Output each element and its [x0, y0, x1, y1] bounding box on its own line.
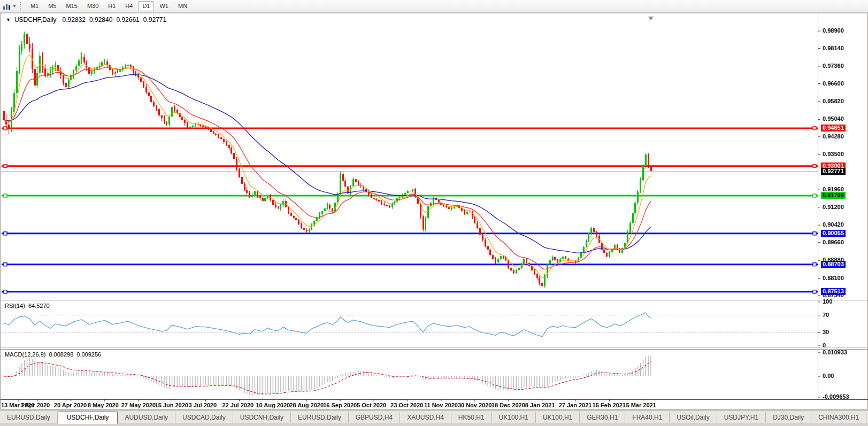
timeframe-button-D1[interactable]: D1: [138, 1, 154, 11]
chart-canvas: [1, 13, 868, 410]
date-axis-label: 23 Oct 2020: [390, 402, 423, 408]
rsi-axis-label: 70: [823, 312, 829, 318]
rsi-axis-label: 100: [823, 298, 832, 305]
price-tick-label: 0.91960: [823, 186, 844, 192]
hline-left-handle[interactable]: [4, 290, 7, 293]
chart-tab-EURUSD-Daily[interactable]: EURUSD,Daily: [0, 412, 58, 423]
chart-mode-dropdown-caret-icon[interactable]: ▼: [12, 4, 17, 9]
chart-tab-DJ30-Daily[interactable]: DJ30,Daily: [766, 412, 811, 423]
price-tick-label: 0.94280: [823, 133, 844, 140]
chart-tab-bar: EURUSD,DailyUSDCHF,DailyAUDUSD,DailyUSDC…: [0, 410, 868, 423]
price-tick-label: 0.88100: [823, 275, 844, 281]
hline-right-handle[interactable]: [813, 165, 816, 168]
ohlc-open: 0.92832: [63, 16, 86, 24]
price-tick-label: 0.97360: [823, 63, 844, 69]
price-tick-label: 0.96600: [823, 80, 844, 87]
timeframe-button-W1[interactable]: W1: [155, 1, 173, 11]
symbol-name: USDCHF,Daily: [14, 16, 57, 24]
ohlc-low: 0.92661: [116, 16, 139, 24]
price-tick-label: 0.95820: [823, 98, 844, 104]
chart-tab-FRA40-H1[interactable]: FRA40,H1: [625, 412, 670, 423]
chart-tab-USDJPY-H1[interactable]: USDJPY,H1: [717, 412, 766, 423]
level-price-label[interactable]: 0.90055: [821, 230, 846, 237]
macd-axis-label: 0.00: [823, 373, 834, 379]
chart-tab-USDCAD-Daily[interactable]: USDCAD,Daily: [175, 412, 233, 423]
chart-window: ▼ USDCHF,Daily 0.92832 0.92840 0.92661 0…: [0, 13, 868, 409]
price-tick-label: 0.98140: [823, 45, 844, 51]
hline-left-handle[interactable]: [4, 263, 7, 266]
chart-tab-USDCHF-Daily[interactable]: USDCHF,Daily: [58, 412, 118, 424]
macd-indicator-label: MACD(12,26,9) 0.008298 0.009256: [5, 351, 101, 358]
date-axis-label: 15 Feb 2021: [593, 402, 626, 408]
date-axis-label: 11 Nov 2020: [424, 402, 458, 408]
rsi-value: 64.5270: [28, 303, 50, 309]
chart-tab-HK50-H1[interactable]: HK50,H1: [451, 412, 492, 423]
date-axis-label: 16 Sep 2020: [323, 402, 357, 408]
status-strip: [0, 423, 868, 426]
timeframe-button-H4[interactable]: H4: [121, 1, 137, 11]
timeframe-button-MN[interactable]: MN: [174, 1, 191, 11]
ohlc-high: 0.92840: [89, 16, 112, 24]
price-tick-label: 0.87340: [823, 292, 844, 298]
macd-value-signal: 0.009256: [76, 351, 101, 358]
chart-tab-AUDUSD-Daily[interactable]: AUDUSD,Daily: [118, 412, 175, 423]
chart-shift-marker-icon[interactable]: [648, 17, 654, 20]
hline-left-handle[interactable]: [4, 194, 7, 197]
date-axis-label: 5 Mar 2021: [626, 402, 656, 408]
macd-axis-label: -0.009653: [823, 393, 849, 400]
chart-tab-UK100-H1[interactable]: UK100,H1: [536, 412, 580, 423]
macd-value-main: 0.008298: [49, 351, 73, 358]
date-axis-label: 20 Apr 2020: [54, 402, 87, 408]
hline-right-handle[interactable]: [813, 232, 816, 235]
chart-tab-CHINA300-H1[interactable]: CHINA300,H1: [811, 412, 866, 423]
hline-left-handle[interactable]: [4, 232, 7, 235]
price-tick-label: 0.93500: [823, 151, 844, 157]
macd-axis-label: 0.010933: [823, 349, 847, 355]
date-axis-label: 10 Aug 2020: [256, 402, 290, 408]
chart-tab-XAUUSD-H4[interactable]: XAUUSD,H4: [400, 412, 451, 423]
timeframe-button-H1[interactable]: H1: [104, 1, 120, 11]
date-axis-label: 8 May 2020: [88, 402, 119, 408]
timeframe-button-M30[interactable]: M30: [83, 1, 103, 11]
timeframe-button-M1[interactable]: M1: [26, 1, 43, 11]
timeframe-button-M5[interactable]: M5: [44, 1, 60, 11]
date-axis-label: 5 Oct 2020: [357, 402, 386, 408]
price-tick-label: 0.90420: [823, 221, 844, 228]
ma-slow-line: [4, 75, 651, 253]
macd-histogram: [4, 355, 651, 396]
price-tick-label: 0.88880: [823, 257, 844, 263]
symbol-collapse-icon[interactable]: ▼: [6, 17, 11, 22]
hline-right-handle[interactable]: [813, 127, 816, 130]
price-tick-label: 0.98900: [823, 27, 844, 34]
chart-title: ▼ USDCHF,Daily 0.92832 0.92840 0.92661 0…: [6, 16, 166, 24]
macd-name: MACD(12,26,9): [5, 351, 45, 358]
chart-tab-UK100-H1[interactable]: UK100,H1: [492, 412, 536, 423]
hline-right-handle[interactable]: [813, 263, 816, 266]
toolbar-grip[interactable]: [20, 2, 24, 11]
price-tick-label: 0.89660: [823, 239, 844, 245]
price-tick-label: 0.91200: [823, 204, 844, 210]
timeframe-button-M15[interactable]: M15: [62, 1, 81, 11]
ohlc-close: 0.92771: [143, 16, 166, 24]
chart-tab-EURUSD-Daily[interactable]: EURUSD,Daily: [291, 412, 349, 423]
date-axis-label: 15 Jun 2020: [155, 402, 188, 408]
date-axis-label: 27 May 2020: [121, 402, 156, 408]
chart-tab-USDCNH-Daily[interactable]: USDCNH,Daily: [233, 412, 291, 423]
rsi-name: RSI(14): [5, 303, 25, 309]
chart-tab-GER30-H1[interactable]: GER30,H1: [580, 412, 625, 423]
date-axis-label: 8 Jan 2021: [525, 402, 555, 408]
hline-left-handle[interactable]: [4, 165, 7, 168]
hline-right-handle[interactable]: [813, 290, 816, 293]
chart-tab-GBPUSD-H4[interactable]: GBPUSD,H4: [349, 412, 400, 423]
price-tick-label: 0.95040: [823, 115, 844, 122]
date-axis-label: 22 Jul 2020: [222, 402, 254, 408]
level-price-label[interactable]: 0.94651: [821, 125, 846, 131]
date-axis-label: 3 Jul 2020: [189, 402, 217, 408]
rsi-axis-label: 30: [823, 329, 829, 335]
level-price-label[interactable]: 0.91709: [821, 192, 846, 199]
hline-right-handle[interactable]: [813, 194, 816, 197]
date-axis-label: 1 Apr 2020: [20, 402, 50, 408]
chart-mode-icon[interactable]: [2, 2, 12, 11]
chart-tab-USOil-Daily[interactable]: USOil,Daily: [670, 412, 717, 423]
date-axis-label: 30 Nov 2020: [458, 402, 492, 408]
